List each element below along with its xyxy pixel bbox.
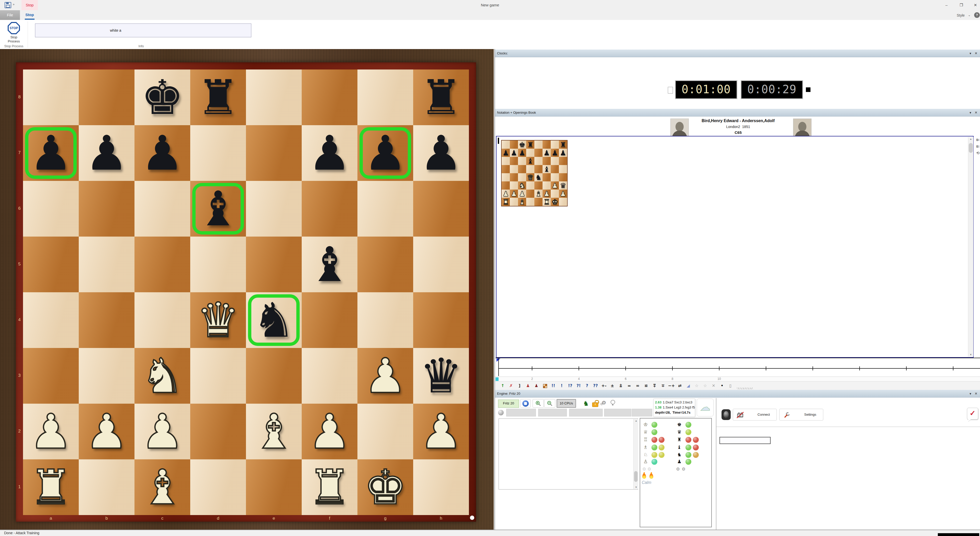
mistake-icon[interactable]: ? [583,381,591,390]
black-knight-e4[interactable]: ♞ [246,292,302,348]
black-pawn-g7[interactable]: ♟ [358,125,413,181]
black-rook-h8[interactable]: ♜ [559,141,567,149]
board-square-f3[interactable] [542,181,551,190]
replay-move-icon[interactable]: ⟲ [975,151,980,155]
white-pawn-a2[interactable]: ♟ [23,404,79,459]
maximize-button[interactable]: ❐ [956,2,966,9]
delete-icon[interactable]: ✗ [507,381,515,390]
black-pawn-f7[interactable]: ♟ [302,125,358,181]
close-button[interactable]: ✕ [970,2,980,9]
white-pawn-g3[interactable]: ♟ [358,348,413,404]
white-pawn-g3[interactable]: ♟ [551,181,559,190]
board-square-a5[interactable] [502,165,510,173]
board-square-d1[interactable] [190,459,246,515]
board-square-e5[interactable] [246,236,302,292]
minimize-button[interactable]: – [942,2,951,9]
notation-panel-header[interactable]: Notation + Openings Book ▼ ✕ [495,109,980,116]
board-square-b8[interactable] [79,70,135,125]
board-square-b3[interactable] [79,348,135,404]
board-square-a4[interactable] [502,173,510,181]
board-square-c5[interactable] [135,236,190,292]
interesting-move-icon[interactable]: !? [566,381,574,390]
white-knight-c3[interactable]: ♞ [518,181,526,190]
black-bishop-f5[interactable]: ♝ [542,165,551,173]
board-square-b1[interactable] [79,459,135,515]
takeback-arrow-icon[interactable]: ⇇ [975,138,980,142]
black-queen-h3[interactable]: ♛ [559,181,567,190]
board-square-d2[interactable] [190,404,246,459]
engine-column-header[interactable] [506,409,536,416]
board-square-b6[interactable] [510,157,518,165]
white-pawn-c2[interactable]: ♟ [135,404,190,459]
scroll-up-icon[interactable]: ▲ [633,420,639,422]
board-square-c5[interactable] [518,165,526,173]
board-square-b1[interactable] [510,198,518,206]
black-pawn-b7[interactable]: ♟ [510,149,518,157]
remote-icon[interactable]: ▯ [726,381,735,390]
brilliant-move-icon[interactable]: !! [549,381,557,390]
board-square-e3[interactable] [246,348,302,404]
blunder-icon[interactable]: ?? [591,381,600,390]
board-square-g2[interactable] [358,404,413,459]
engine-knight-icon[interactable]: ♞ [582,398,590,408]
black-knight-e4[interactable]: ♞ [535,173,542,181]
board-square-e1[interactable] [535,198,542,206]
stop-process-icon[interactable]: STOP [8,22,20,34]
stop-process-button-label2[interactable]: Process [1,39,27,43]
board-square-h5[interactable] [559,165,567,173]
takeback-all-arrow-icon[interactable]: ⇇ [975,144,980,149]
white-pawn-h2[interactable]: ♟ [559,190,567,198]
board-square-d5[interactable] [190,236,246,292]
scroll-down-icon[interactable]: ▼ [633,486,639,488]
board-square-h1[interactable] [413,459,469,515]
board-square-f6[interactable] [542,157,551,165]
arrow-up-icon[interactable]: ↑ [499,381,507,390]
black-pawn-h7[interactable]: ♟ [559,149,567,157]
board-square-g5[interactable] [358,236,413,292]
black-queen-h3[interactable]: ♛ [413,348,469,404]
equal-icon[interactable]: = [625,381,633,390]
close-panel-icon[interactable]: ✕ [975,49,977,57]
white-pawn-f2[interactable]: ♟ [302,404,358,459]
good-move-icon[interactable]: ! [558,381,566,390]
engine-select-button[interactable]: Fritz 20 [498,400,519,408]
board-square-b6[interactable] [79,181,135,236]
bracket-icon[interactable]: ] [515,381,523,390]
tab-file[interactable]: File [0,10,20,20]
engine-stop-button[interactable] [520,399,531,408]
collapse-icon[interactable]: ▼ [969,49,972,57]
board-square-h4[interactable] [413,292,469,348]
white-pawn-a2[interactable]: ♟ [502,190,510,198]
board-square-a4[interactable] [23,292,79,348]
board-square-g4[interactable] [551,173,559,181]
confirm-bubble-icon[interactable]: ✓ [967,408,978,420]
settings-button[interactable]: Settings [779,409,823,420]
dubious-move-icon[interactable]: ?! [574,381,583,390]
connect-button[interactable]: Connect [733,409,777,420]
black-pawn-a7[interactable]: ♟ [502,149,510,157]
board-square-g8[interactable] [551,141,559,149]
black-pawn-b7[interactable]: ♟ [79,125,135,181]
black-pawn-c7[interactable]: ♟ [518,149,526,157]
board-square-c6[interactable] [518,157,526,165]
clocks-panel-header[interactable]: Clocks: ▼ ✕ [495,49,980,57]
black-better-icon[interactable]: ∓ [659,381,667,390]
board-square-g8[interactable] [358,70,413,125]
board-square-f3[interactable] [302,348,358,404]
white-winning-icon[interactable]: +- [600,381,608,390]
scroll-up-icon[interactable]: ▲ [968,138,974,140]
board-square-f4[interactable] [542,173,551,181]
collapse-icon[interactable]: ▼ [969,390,972,398]
board-square-a3[interactable] [502,181,510,190]
board-square-a3[interactable] [23,348,79,404]
board-square-b4[interactable] [510,173,518,181]
board-square-b4[interactable] [79,292,135,348]
collapse-icon[interactable]: ▼ [969,109,972,116]
style-menu[interactable]: Style [957,13,965,17]
board-icon[interactable] [543,384,547,388]
board-square-b3[interactable] [510,181,518,190]
board-square-b5[interactable] [510,165,518,173]
evaluation-graph[interactable] [495,358,980,377]
board-square-d3[interactable] [190,348,246,404]
board-square-g5[interactable] [551,165,559,173]
